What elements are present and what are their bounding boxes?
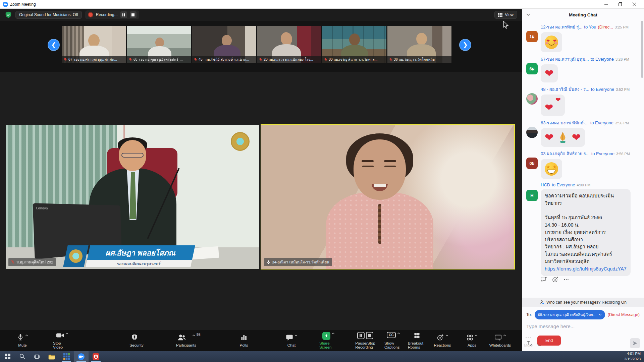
stop-video-label: Stop Video [53,341,71,349]
security-button[interactable]: Security [127,334,146,347]
message-emoji-bubble[interactable]: ★★ [541,159,562,179]
participant-filmstrip: ❮ 67-รอง ผอ.ศราวุฒิ อุทุมพร ภัท... 68-รอ… [0,21,522,72]
minimize-button[interactable] [599,0,613,8]
pause-stop-recording-button[interactable]: Pause/Stop Recording [356,332,374,349]
message-sender[interactable]: 48 - ผอ.ธาริณี มั่นคง - ร... [541,86,589,93]
chevron-up-icon[interactable] [445,335,448,337]
add-reaction-icon[interactable] [552,277,559,283]
muted-mic-icon [129,58,132,62]
reactions-icon [437,334,444,341]
stop-video-button[interactable]: Stop Video [53,332,71,349]
participants-icon [177,334,186,341]
message-recipient: to Everyone [552,182,575,187]
stop-icon[interactable] [366,332,373,339]
restore-button[interactable] [613,0,627,8]
zoom-taskbar-button[interactable] [74,351,89,362]
chevron-up-icon[interactable] [397,333,400,335]
participants-button[interactable]: 95 Participants [177,334,195,347]
message-sender[interactable]: 63-รองผอ.บงกช พิทักษ์-... [541,119,589,126]
chevron-up-icon[interactable] [503,335,506,337]
recording-indicator: Recording... [85,10,139,19]
message-sender[interactable]: 03 ผอ.เกตุกิจ สิทธิกาย ร... [541,150,590,157]
video-thumbnail[interactable]: 80-ผอ.เจริญ สีนาค-ร.ร.วัดตาล... [322,26,386,63]
message-sender[interactable]: 67-รอง ผอ.ศราวุฒิ อุทุม... [541,56,589,63]
banner-emblem-icon [69,249,83,263]
speaker-video-right-active[interactable]: 34-ธณิดา เหมือนใจ-รร.วัดทำเตียน [261,124,515,269]
chevron-up-icon[interactable] [65,333,68,335]
breakout-rooms-button[interactable]: Breakout Rooms [408,332,426,349]
polls-icon [240,334,247,341]
send-button[interactable] [630,338,640,348]
message-sender[interactable]: HCD [541,182,550,187]
reactions-button[interactable]: Reactions [433,334,451,347]
message-emoji-bubble[interactable]: ❤❤ [541,32,562,52]
chevron-up-icon[interactable] [475,335,478,337]
chevron-up-icon[interactable] [25,335,28,337]
file-explorer-button[interactable] [44,351,59,362]
message-time: 3:52 PM [616,87,630,92]
original-sound-button[interactable]: Original Sound for Musicians: Off [15,11,82,19]
search-button[interactable] [15,351,30,362]
video-thumbnail[interactable]: 45 - ผอ.รัชนีย์ สิงหวงษ์-ร.ร.บ้าน... [192,26,256,63]
close-button[interactable] [627,0,641,8]
share-screen-button[interactable]: Share Screen [319,332,337,349]
recording-icon [88,12,93,17]
pause-recording-button[interactable] [120,11,127,18]
chat-button[interactable]: Chat [282,334,301,347]
apps-button[interactable]: Apps [463,334,481,347]
message-recipient: to Everyone [591,57,614,62]
recipient-selector[interactable]: 68-รอง ผอ.คุณาวุฒิ เครือสินธุ์-วิทยาลัยเ… [535,310,605,319]
reply-icon[interactable] [541,277,547,283]
whiteboards-button[interactable]: Whiteboards [491,334,509,347]
form-link[interactable]: https://forms.gle/tuNmjs8uyCqudzYA7 [545,265,627,273]
view-label: View [505,12,514,17]
stop-recording-button[interactable] [130,11,137,18]
message-emoji-bubble[interactable]: ❤ ❤ [541,128,585,147]
message-emoji-bubble[interactable]: ❤ [541,64,558,82]
shield-icon [131,334,138,341]
avatar: 0ผ [526,158,538,169]
taskbar-clock[interactable]: 4:01 PM 2/15/2023 [624,351,644,362]
message-input[interactable] [526,323,640,329]
filmstrip-previous-button[interactable]: ❮ [48,39,60,51]
mute-button[interactable]: Mute [13,334,32,347]
chevron-up-icon[interactable] [192,335,195,337]
message-emoji-bubble[interactable]: ❤❤ [541,95,565,116]
video-thumbnail[interactable]: 68-รอง ผอ.คุณาวุฒิ เครือสินธุ์-... [127,26,191,63]
message-sender[interactable]: 12-รอง ผอ.พรทิพย์ รุ่... [541,23,582,31]
video-thumbnail[interactable]: 67-รอง ผอ.ศราวุฒิ อุทุมพร ภัท... [62,26,126,63]
participant-label: ส.ญ.สวนดุสิตใหม่ 202 [8,258,56,266]
chevron-down-icon[interactable] [526,13,530,16]
chat-header: Meeting Chat [522,9,644,21]
original-sound-label: Original Sound for Musicians: Off [19,12,78,17]
chevron-up-icon[interactable] [332,333,335,335]
grid-view-icon [498,13,502,17]
encryption-shield-icon[interactable] [5,11,12,18]
start-button[interactable] [0,351,15,362]
video-thumbnail[interactable]: 20-ผอ.ภมรวรรณ แป้นทอง-โรง... [257,26,321,63]
speaker-video-left[interactable]: Lenovo ผศ.อัษฎา พลอยโสภณ รองคณบดีคณะครุศ… [6,125,259,269]
chevron-up-icon[interactable] [294,335,298,337]
chat-message: 0ผ 03 ผอ.เกตุกิจ สิทธิกาย ร... to Everyo… [526,150,640,179]
polls-button[interactable]: Polls [235,334,253,347]
chat-message-list[interactable]: 1ผ 12-รอง ผอ.พรทิพย์ รุ่... to You (Dire… [522,21,644,298]
muted-mic-icon [11,260,15,264]
filmstrip-next-button[interactable]: ❯ [459,39,471,51]
recorder-app-button[interactable] [89,351,103,362]
video-thumbnail[interactable]: 36-ผอ.วิษณุ รร.วัดโคกหม้อ [387,26,451,63]
chat-scrollbar[interactable] [641,21,643,78]
more-button[interactable]: More [519,334,537,347]
chat-message: 63-รองผอ.บงกช พิทักษ์-... to Everyone 3:… [526,119,640,147]
view-button[interactable]: View [494,11,517,19]
pause-icon[interactable] [357,332,365,339]
chat-privacy-note[interactable]: Who can see your messages? Recording On [522,298,644,307]
office-app-button[interactable] [59,351,74,362]
end-meeting-button[interactable]: End [537,336,561,346]
speaker-name: ผศ.อัษฎา พลอยโสภณ [87,245,195,260]
message-text-bubble[interactable]: ขอความร่วมมือ ตอบแบบประเมิน วิทยากร วันพ… [541,189,631,276]
end-label: End [545,338,553,343]
show-captions-button[interactable]: CC Show Captions [384,332,402,349]
task-view-button[interactable] [30,351,44,362]
message-recipient: to Everyone [590,120,613,125]
more-options-icon[interactable] [564,277,570,283]
